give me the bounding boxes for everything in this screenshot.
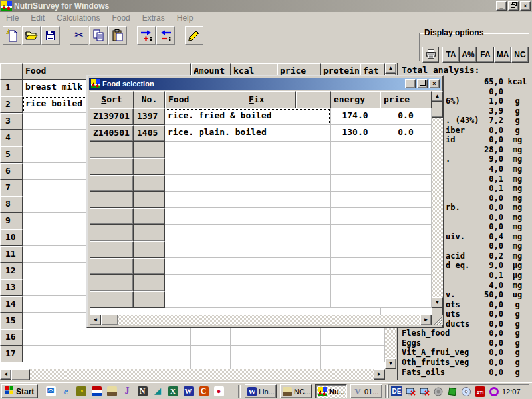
food-name-cell[interactable] [165, 142, 331, 158]
price-cell[interactable] [380, 291, 432, 308]
display-option-ma[interactable]: MA [494, 47, 511, 63]
copy-button[interactable] [89, 26, 108, 45]
food-cell[interactable] [23, 329, 191, 346]
sort-cell[interactable]: Z139701 [90, 108, 134, 125]
no-cell[interactable] [134, 142, 165, 158]
row-number[interactable]: 16 [0, 329, 23, 346]
delete-food-button[interactable] [156, 26, 175, 45]
energy-cell[interactable]: 130.0 [331, 125, 380, 142]
taskbar-button-01[interactable]: V01... [350, 384, 382, 398]
no-cell[interactable] [134, 291, 165, 308]
start-button[interactable]: Start [1, 384, 38, 398]
energy-cell[interactable] [331, 258, 380, 275]
price-cell[interactable] [380, 225, 432, 241]
food-name-cell[interactable]: rice. plain. boiled [165, 125, 331, 142]
corel-icon[interactable]: C [198, 386, 209, 396]
scroll-down-button[interactable]: ▼ [432, 297, 443, 308]
price-cell[interactable] [277, 329, 321, 346]
sort-cell[interactable] [90, 275, 134, 291]
scroll-left-button[interactable]: ◄ [0, 369, 11, 380]
energy-cell[interactable] [331, 225, 380, 241]
price-cell[interactable] [277, 346, 321, 362]
no-cell[interactable] [134, 225, 165, 241]
fat-cell[interactable] [360, 329, 385, 346]
internet-explorer-icon[interactable]: e [61, 386, 71, 396]
edit-button[interactable] [185, 26, 203, 45]
scroll-up-button[interactable]: ▲ [432, 91, 443, 102]
scroll-thumb[interactable] [11, 369, 30, 380]
scroll-left-button[interactable]: ◄ [90, 315, 101, 325]
price-cell[interactable] [380, 158, 432, 175]
food-name-cell[interactable] [165, 192, 331, 208]
dialog-maximize-button[interactable] [417, 79, 428, 88]
energy-cell[interactable] [331, 175, 380, 192]
display-option-nc[interactable]: NC [511, 47, 529, 63]
cut-button[interactable]: ✂ [70, 26, 88, 45]
price-column-header[interactable]: price [380, 91, 432, 108]
food-name-cell[interactable] [165, 175, 331, 192]
save-button[interactable] [41, 26, 60, 45]
row-number[interactable]: 15 [0, 313, 23, 329]
row-number[interactable]: 3 [0, 113, 23, 130]
price-cell[interactable] [380, 241, 432, 258]
price-cell[interactable]: 0.0 [380, 125, 432, 142]
no-cell[interactable] [134, 241, 165, 258]
floppy-flag-icon[interactable] [91, 386, 102, 396]
open-button[interactable] [22, 26, 41, 45]
no-cell[interactable] [134, 275, 165, 291]
taskbar-button-lin[interactable]: WLin... [245, 384, 277, 398]
energy-cell[interactable] [331, 291, 380, 308]
scroll-thumb[interactable] [101, 315, 118, 325]
price-cell[interactable] [380, 258, 432, 275]
scroll-track[interactable] [432, 102, 443, 297]
print-button[interactable] [422, 47, 439, 63]
energy-cell[interactable] [331, 275, 380, 291]
price-cell[interactable]: 0.0 [380, 108, 432, 125]
protein-cell[interactable] [321, 329, 360, 346]
scroll-track[interactable] [101, 315, 420, 325]
sort-column-header[interactable]: Sort [90, 91, 134, 108]
amount-cell[interactable] [191, 346, 231, 362]
energy-cell[interactable] [331, 158, 380, 175]
no-column-header[interactable]: No. [134, 91, 165, 108]
kcal-cell[interactable] [231, 346, 277, 362]
no-cell[interactable]: 1405 [134, 125, 165, 142]
price-cell[interactable] [380, 175, 432, 192]
new-button[interactable] [3, 26, 21, 45]
taskbar-button-nu[interactable]: Nu... [315, 384, 347, 398]
restore-button[interactable] [508, 1, 519, 11]
minimize-button[interactable]: _ [496, 1, 507, 11]
no-cell[interactable] [134, 158, 165, 175]
food-name-cell[interactable] [165, 258, 331, 275]
scroll-up-button[interactable]: ▲ [385, 63, 396, 74]
amount-cell[interactable] [191, 329, 231, 346]
menu-item-file[interactable]: File [0, 12, 25, 24]
netscape-icon[interactable]: N [137, 386, 148, 396]
row-number[interactable]: 11 [0, 246, 23, 263]
menu-item-food[interactable]: Food [106, 12, 136, 24]
no-cell[interactable] [134, 258, 165, 275]
row-number[interactable]: 12 [0, 263, 23, 279]
row-number[interactable]: 17 [0, 346, 23, 362]
energy-column-header[interactable]: energy [331, 91, 380, 108]
food-name-cell[interactable] [165, 158, 331, 175]
clock-app-icon[interactable]: ◔ [76, 386, 86, 396]
food-column-header[interactable]: FoodFix [165, 91, 296, 108]
fat-cell[interactable] [360, 346, 385, 362]
scroll-track[interactable] [11, 369, 374, 380]
price-cell[interactable] [380, 275, 432, 291]
keyboard-layout-badge[interactable]: DE [391, 386, 402, 396]
row-number[interactable]: 9 [0, 213, 23, 229]
sort-cell[interactable] [90, 158, 134, 175]
car-app-icon[interactable] [106, 386, 117, 396]
paste-button[interactable] [108, 26, 127, 45]
dialog-close-button[interactable]: × [429, 79, 440, 88]
food-name-cell[interactable] [165, 225, 331, 241]
food-name-cell[interactable] [165, 208, 331, 225]
sort-cell[interactable] [90, 291, 134, 308]
sort-cell[interactable] [90, 258, 134, 275]
food-name-cell[interactable] [165, 275, 331, 291]
menu-item-extras[interactable]: Extras [136, 12, 171, 24]
row-number[interactable]: 13 [0, 279, 23, 296]
scroll-down-button[interactable]: ▼ [385, 358, 396, 369]
